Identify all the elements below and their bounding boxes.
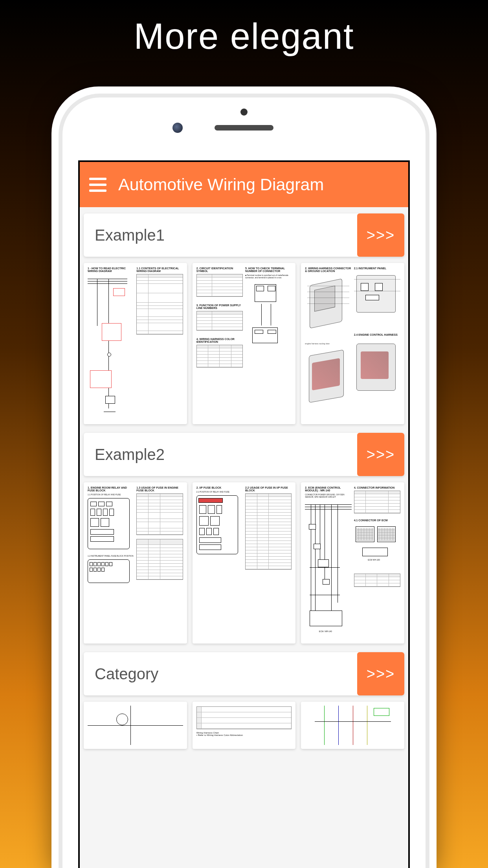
more-button[interactable]: >>> [357,652,404,695]
app-title: Automotive Wiring Diagram [118,175,324,194]
phone-mockup: Automotive Wiring Diagram Example1 >>> [51,86,437,868]
section-header-example2: Example2 >>> [84,433,404,476]
phone-speaker [215,125,273,131]
section-header-example1: Example1 >>> [84,213,404,257]
more-button[interactable]: >>> [357,433,404,476]
phone-sensor [240,108,248,116]
section-title: Example2 [84,433,357,476]
diagram-thumbnail[interactable] [301,702,404,749]
app-content: Automotive Wiring Diagram Example1 >>> [80,162,408,868]
more-button[interactable]: >>> [357,213,404,257]
diagram-thumbnail[interactable]: 2. WIRING HARNESS CONNECTOR & GROUND LOC… [301,263,404,424]
phone-screen: Automotive Wiring Diagram Example1 >>> [78,160,410,868]
thumb-row-category: Wiring Harness Chart• Refer to Wiring Ha… [84,702,404,749]
scroll-area[interactable]: Example1 >>> 1 · HOW TO READ ELECTRIC WI… [80,207,408,868]
thumb-row-example2: 1. ENGINE ROOM RELAY AND FUSE BLOCK 1.1 … [84,482,404,644]
phone-camera [172,123,183,133]
section-title: Category [84,652,357,695]
diagram-thumbnail[interactable]: 1. ENGINE ROOM RELAY AND FUSE BLOCK 1.1 … [84,482,187,644]
thumb-row-example1: 1 · HOW TO READ ELECTRIC WIRING DIAGRAM [84,263,404,424]
section-header-category: Category >>> [84,652,404,695]
app-header: Automotive Wiring Diagram [80,162,408,207]
diagram-thumbnail[interactable]: Wiring Harness Chart• Refer to Wiring Ha… [193,702,296,749]
diagram-thumbnail[interactable]: 1 · HOW TO READ ELECTRIC WIRING DIAGRAM [84,263,187,424]
hero-text: More elegant [0,0,488,57]
diagram-thumbnail[interactable]: 2. ECM (ENGINE CONTROL MODULE) : MR-140 … [301,482,404,644]
diagram-thumbnail[interactable]: 2. CIRCUIT IDENTIFICATION SYMBOL [193,263,296,424]
section-title: Example1 [84,213,357,257]
diagram-thumbnail[interactable] [84,702,187,749]
diagram-thumbnail[interactable]: 2. I/P FUSE BLOCK 2.1 POSITION OF RELAY … [193,482,296,644]
hamburger-menu-icon[interactable] [89,178,106,192]
